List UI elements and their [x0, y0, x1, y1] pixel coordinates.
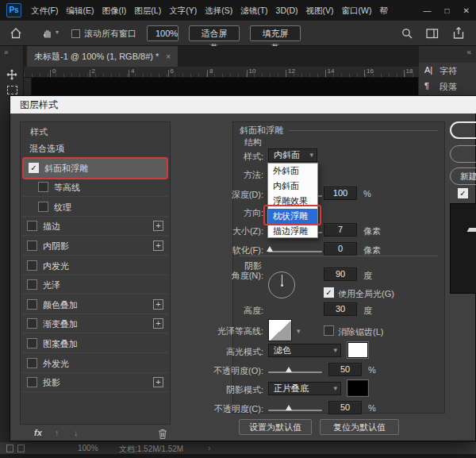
cancel-button[interactable] — [450, 145, 476, 163]
dialog-title[interactable]: 图层样式 — [10, 96, 476, 114]
page-icon[interactable] — [6, 445, 13, 452]
styles-list-item[interactable]: 外发光 — [22, 354, 168, 373]
share-icon[interactable] — [452, 27, 465, 40]
highlight-opacity-thumb[interactable] — [286, 367, 292, 372]
dropdown-option[interactable]: 外斜面 — [268, 164, 317, 179]
move-effect-up-icon[interactable]: ↑ — [55, 428, 60, 437]
effect-checkbox[interactable] — [38, 182, 48, 192]
dropdown-option[interactable]: 描边浮雕 — [268, 224, 317, 239]
menu-item[interactable]: 文字(Y) — [165, 0, 201, 21]
paragraph-panel-tab[interactable]: ¶ 段落 — [419, 79, 476, 94]
styles-list-item[interactable]: 光泽 — [22, 275, 168, 294]
highlight-color-swatch[interactable] — [347, 342, 368, 358]
preview-checkbox[interactable] — [458, 188, 468, 198]
close-icon[interactable]: ✕ — [463, 6, 470, 15]
move-tool-icon[interactable] — [6, 68, 18, 81]
styles-list-item[interactable]: 图案叠加 — [22, 334, 168, 353]
menu-item[interactable]: 编辑(E) — [62, 0, 98, 21]
menu-item[interactable]: 窗口(W) — [338, 0, 376, 21]
styles-list-item[interactable]: 内阴影+ — [22, 237, 168, 256]
fx-icon[interactable]: fx — [34, 428, 42, 437]
soften-slider-thumb[interactable] — [267, 246, 273, 252]
styles-list-item[interactable]: 纹理 — [22, 198, 168, 217]
menu-item[interactable]: 图像(I) — [98, 0, 130, 21]
use-global-light-checkbox[interactable] — [324, 287, 334, 298]
highlight-opacity-slider[interactable] — [268, 371, 322, 373]
status-chevron-icon[interactable]: › — [208, 444, 210, 452]
fill-screen-button[interactable]: 填充屏幕 — [250, 25, 301, 41]
effect-checkbox[interactable] — [27, 338, 37, 348]
shadow-mode-select[interactable]: 正片叠底 — [268, 382, 341, 395]
styles-list-item[interactable]: 斜面和浮雕 — [24, 159, 167, 178]
styles-list-item[interactable]: 描边+ — [22, 217, 168, 236]
reset-default-button[interactable]: 复位为默认值 — [320, 419, 399, 435]
depth-value[interactable]: 100 — [324, 187, 357, 200]
search-icon[interactable] — [401, 28, 413, 40]
plus-icon[interactable]: + — [153, 318, 163, 329]
dropdown-option[interactable]: 浮雕效果 — [268, 194, 317, 209]
effect-checkbox[interactable] — [27, 358, 37, 368]
effect-checkbox[interactable] — [27, 241, 37, 251]
maximize-icon[interactable]: □ — [445, 6, 450, 15]
effect-checkbox[interactable] — [27, 299, 37, 310]
toolstrip-expand-icon[interactable]: » — [4, 48, 9, 56]
chevron-down-icon[interactable]: ▾ — [297, 327, 301, 335]
menu-item[interactable]: 视图(V) — [302, 0, 338, 21]
plus-icon[interactable]: + — [153, 241, 163, 251]
plus-icon[interactable]: + — [153, 299, 163, 310]
plus-icon[interactable]: + — [153, 377, 163, 387]
altitude-value[interactable]: 30 — [324, 302, 357, 316]
home-icon[interactable] — [10, 27, 22, 40]
menu-item[interactable]: 帮 — [376, 0, 393, 21]
plus-icon[interactable]: + — [153, 221, 163, 231]
angle-value[interactable]: 90 — [324, 267, 357, 281]
menu-item[interactable]: 文件(F) — [27, 0, 62, 21]
menu-item[interactable]: 选择(S) — [201, 0, 236, 21]
styles-list-item[interactable]: 颜色叠加+ — [22, 295, 168, 314]
styles-list-item[interactable]: 渐变叠加+ — [22, 314, 168, 333]
zoom-100-button[interactable]: 100% — [147, 25, 178, 41]
move-effect-down-icon[interactable]: ↓ — [74, 428, 79, 437]
highlight-opacity-value[interactable]: 50 — [328, 363, 362, 376]
chevron-down-icon[interactable]: ▾ — [56, 29, 59, 36]
shadow-opacity-slider[interactable] — [268, 410, 322, 411]
styles-list-item[interactable]: 混合选项 — [22, 139, 168, 158]
effect-checkbox[interactable] — [27, 377, 37, 387]
page-back-icon[interactable] — [17, 445, 25, 452]
effect-checkbox[interactable] — [38, 202, 48, 212]
canvas[interactable] — [32, 78, 418, 95]
effect-checkbox[interactable] — [27, 260, 37, 271]
fit-screen-button[interactable]: 适合屏幕 — [189, 25, 240, 41]
effect-checkbox[interactable] — [27, 279, 37, 290]
anti-alias-checkbox[interactable] — [324, 325, 334, 336]
soften-value[interactable]: 0 — [324, 242, 357, 256]
set-default-button[interactable]: 设置为默认值 — [239, 419, 312, 435]
hand-tool-icon[interactable] — [41, 27, 54, 40]
size-value[interactable]: 7 — [324, 223, 357, 237]
menu-item[interactable]: 3D(D) — [272, 0, 302, 21]
delete-effect-trash-icon[interactable] — [158, 429, 167, 439]
highlight-mode-select[interactable]: 滤色 — [268, 344, 341, 357]
shadow-color-swatch[interactable] — [347, 380, 368, 396]
dock-collapse-icon[interactable]: « — [466, 48, 471, 56]
styles-list-item[interactable]: 等高线 — [22, 178, 168, 197]
shadow-opacity-thumb[interactable] — [286, 405, 292, 410]
gloss-contour-thumbnail[interactable] — [268, 319, 292, 341]
shadow-opacity-value[interactable]: 50 — [328, 401, 362, 414]
soften-slider[interactable] — [268, 251, 322, 252]
scroll-all-windows-checkbox[interactable] — [71, 29, 80, 38]
dropdown-option[interactable]: 枕状浮雕 — [268, 209, 317, 224]
effect-checkbox[interactable] — [27, 221, 37, 231]
tab-close-icon[interactable]: × — [166, 52, 171, 61]
styles-list-item[interactable]: 投影+ — [22, 373, 168, 392]
styles-list-item[interactable]: 内发光 — [22, 256, 168, 275]
character-panel-tab[interactable]: A| 字符 — [419, 63, 476, 79]
minimize-icon[interactable]: — — [424, 6, 432, 15]
effect-checkbox[interactable] — [27, 318, 37, 329]
bevel-style-select[interactable]: 内斜面 — [268, 148, 317, 162]
dropdown-option[interactable]: 内斜面 — [268, 179, 317, 194]
menu-item[interactable]: 图层(L) — [130, 0, 165, 21]
effect-checkbox[interactable] — [29, 163, 39, 173]
ok-button[interactable] — [450, 121, 476, 139]
status-zoom-level[interactable]: 100% — [78, 444, 98, 452]
